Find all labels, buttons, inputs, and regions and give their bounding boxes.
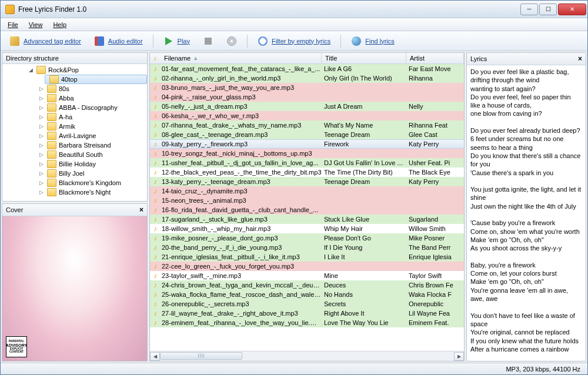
cell-filename: 08-glee_cast_-_teenage_dream.mp3 (161, 131, 322, 138)
tree-label: Abba (59, 95, 74, 102)
tree-node[interactable]: ▷Barbara Streisand (2, 140, 147, 150)
cell-filename: 18-willow_smith_-_whip_my_hair.mp3 (161, 225, 322, 232)
expand-icon[interactable]: ▷ (38, 114, 45, 120)
panel-title: Cover (6, 206, 139, 213)
play-button[interactable]: Play (158, 34, 195, 49)
tree-node[interactable]: ▷Avril-Lavigne (2, 131, 147, 140)
tree-node[interactable]: ▷Beautiful South (2, 150, 147, 159)
cell-filename: 21-enrique_iglesias_feat._pitbull_-_i_li… (161, 253, 322, 260)
scroll-right-button[interactable]: ▶ (454, 352, 464, 361)
table-row[interactable]: ♪04-pink_-_raise_your_glass.mp3 (150, 92, 464, 102)
close-button[interactable]: ✕ (558, 4, 586, 15)
cell-title: Whip My Hair (322, 225, 406, 232)
tree-node-root[interactable]: ◢ Rock&Pop (2, 65, 147, 75)
tree-node[interactable]: ▷Billy Joel (2, 169, 147, 178)
scroll-left-button[interactable]: ◀ (150, 352, 160, 361)
minimize-button[interactable]: ─ (520, 4, 538, 15)
expand-icon[interactable]: ▷ (38, 189, 45, 195)
table-row[interactable]: ♪19-mike_posner_-_please_dont_go.mp3Plea… (150, 233, 464, 243)
table-row[interactable]: ♪08-glee_cast_-_teenage_dream.mp3Teenage… (150, 130, 464, 139)
expand-icon[interactable]: ▷ (38, 123, 45, 129)
expand-icon[interactable]: ▷ (38, 95, 45, 101)
table-row[interactable]: ♪20-the_band_perry_-_if_i_die_young.mp3I… (150, 243, 464, 252)
tree-node[interactable]: ▷Billie Holiday (2, 159, 147, 169)
column-title[interactable]: Title (322, 53, 406, 63)
table-row[interactable]: ♪16-flo_rida_feat._david_guetta_-_club_c… (150, 205, 464, 215)
cell-artist: The Band Perr (406, 244, 464, 251)
expand-icon[interactable]: ▷ (38, 152, 45, 158)
directory-tree[interactable]: ◢ Rock&Pop 40top ▷80s▷Abba▷ABBA - Discog… (2, 64, 147, 201)
tree-node[interactable]: ▷Blackmore's Night (2, 188, 147, 197)
table-row[interactable]: ♪11-usher_feat._pitbull_-_dj_got_us_fall… (150, 158, 464, 168)
tree-node[interactable]: ▷ABBA - Discography (2, 103, 147, 112)
cell-title: Love The Way You Lie (322, 319, 406, 326)
lyrics-text[interactable]: Do you ever feel like a plastic bag, dri… (467, 65, 586, 361)
table-row[interactable]: ♪17-sugarland_-_stuck_like_glue.mp3Stuck… (150, 215, 464, 224)
stop-button[interactable] (198, 34, 219, 49)
scroll-thumb[interactable] (160, 352, 242, 360)
panel-close-button[interactable]: × (139, 206, 143, 214)
table-row[interactable]: ♪06-kesha_-_we_r_who_we_r.mp3 (150, 111, 464, 120)
horizontal-scrollbar[interactable]: ◀ ▶ (150, 351, 464, 361)
tree-node[interactable]: ▷80s (2, 84, 147, 93)
expand-icon[interactable]: ▷ (38, 142, 45, 148)
cell-filename: 02-rihanna_-_only_girl_in_the_world.mp3 (161, 75, 322, 82)
table-row[interactable]: ♪01-far_east_movement_feat._the_cataracs… (150, 64, 464, 73)
table-row[interactable]: ♪23-taylor_swift_-_mine.mp3MineTaylor Sw… (150, 271, 464, 280)
cell-filename: 16-flo_rida_feat._david_guetta_-_club_ca… (161, 206, 322, 213)
menu-view[interactable]: View (24, 20, 48, 29)
table-row[interactable]: ♪21-enrique_iglesias_feat._pitbull_-_i_l… (150, 252, 464, 262)
menu-file[interactable]: File (3, 20, 23, 29)
column-filename[interactable]: ♪ Filename ▲ (150, 53, 322, 63)
table-row[interactable]: ♪25-waka_flocka_flame_feat._roscoe_dash_… (150, 290, 464, 299)
tree-node-selected[interactable]: 40top (45, 75, 147, 84)
scroll-track[interactable] (160, 352, 454, 361)
panel-close-button[interactable]: × (578, 55, 582, 63)
table-row[interactable]: ♪13-katy_perry_-_teenage_dream.mp3Teenag… (150, 177, 464, 186)
advanced-tag-editor-button[interactable]: Advanced tag editor (4, 34, 86, 49)
table-row[interactable]: ♪12-the_black_eyed_peas_-_the_time_the_d… (150, 168, 464, 177)
collapse-icon[interactable]: ◢ (27, 67, 34, 73)
audio-editor-button[interactable]: Audio editor (89, 34, 148, 49)
column-artist[interactable]: Artist (406, 53, 464, 63)
menu-help[interactable]: Help (48, 20, 71, 29)
table-row[interactable]: ♪14-taio_cruz_-_dynamite.mp3 (150, 186, 464, 196)
folder-icon (36, 66, 46, 74)
disc-button[interactable] (221, 34, 242, 49)
table-row[interactable]: ♪15-neon_trees_-_animal.mp3 (150, 196, 464, 205)
maximize-button[interactable]: ☐ (539, 4, 557, 15)
cell-filename: 24-chris_brown_feat._tyga_and_kevin_mcca… (161, 282, 322, 289)
table-row[interactable]: ♪10-trey_songz_feat._nicki_minaj_-_botto… (150, 149, 464, 158)
table-row[interactable]: ♪07-rihanna_feat._drake_-_whats_my_name.… (150, 120, 464, 130)
filter-empty-lyrics-button[interactable]: Filter by empty lyrics (252, 34, 336, 49)
cell-artist: Mike Posner (406, 235, 464, 242)
table-row[interactable]: ♪18-willow_smith_-_whip_my_hair.mp3Whip … (150, 224, 464, 233)
table-row[interactable]: ♪05-nelly_-_just_a_dream.mp3Just A Dream… (150, 102, 464, 111)
table-row[interactable]: ♪24-chris_brown_feat._tyga_and_kevin_mcc… (150, 280, 464, 290)
expand-icon[interactable]: ▷ (38, 133, 45, 139)
tree-node[interactable]: ▷Armik (2, 122, 147, 131)
expand-icon[interactable]: ▷ (38, 86, 45, 92)
titlebar[interactable]: Free Lyrics Finder 1.0 ─ ☐ ✕ (1, 1, 587, 18)
expand-icon[interactable]: ▷ (38, 170, 45, 176)
table-row[interactable]: ♪28-eminem_feat._rihanna_-_love_the_way_… (150, 318, 464, 327)
tree-node[interactable]: ▷Blackmore's Kingdom (2, 178, 147, 188)
table-row[interactable]: ♪27-lil_wayne_feat._drake_-_right_above_… (150, 309, 464, 318)
table-row[interactable]: ♪09-katy_perry_-_firework.mp3FireworkKat… (150, 139, 464, 149)
grid-body[interactable]: ♪01-far_east_movement_feat._the_cataracs… (150, 64, 464, 351)
tree-label: Blackmore's Kingdom (59, 179, 121, 186)
tree-node[interactable]: ▷A-ha (2, 112, 147, 122)
expand-icon[interactable]: ▷ (38, 105, 45, 111)
find-lyrics-button[interactable]: Find lyrics (346, 34, 400, 49)
table-row[interactable]: ♪02-rihanna_-_only_girl_in_the_world.mp3… (150, 73, 464, 83)
folder-icon (47, 122, 56, 130)
expand-icon[interactable]: ▷ (38, 161, 45, 167)
table-row[interactable]: ♪26-onerepublic_-_secrets.mp3SecretsOner… (150, 299, 464, 309)
table-row[interactable]: ♪22-cee_lo_green_-_fuck_you_forget_you.m… (150, 262, 464, 271)
parental-advisory-label: PARENTAL ADVISORY EXPLICIT CONTENT (6, 336, 27, 357)
table-row[interactable]: ♪03-bruno_mars_-_just_the_way_you_are.mp… (150, 83, 464, 92)
expand-icon[interactable]: ▷ (38, 180, 45, 186)
tree-node[interactable]: ▷Abba (2, 93, 147, 103)
music-icon: ♪ (150, 272, 161, 280)
cell-title: Firework (322, 140, 406, 148)
